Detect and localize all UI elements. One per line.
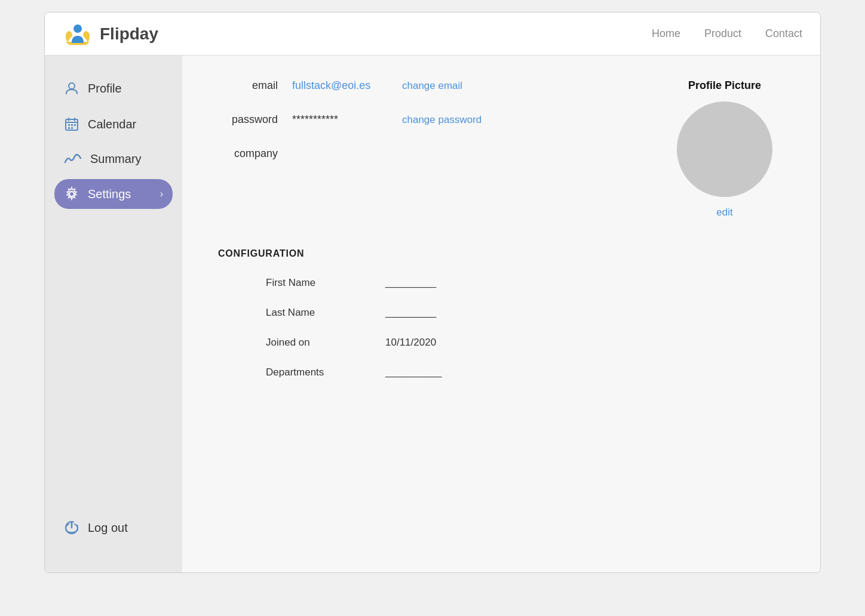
- body-layout: Profile: [45, 56, 820, 572]
- svg-rect-8: [74, 124, 76, 126]
- firstname-value: _________: [385, 277, 436, 289]
- password-row: password *********** change password: [218, 113, 629, 126]
- change-email-link[interactable]: change email: [402, 80, 462, 92]
- svg-rect-6: [68, 124, 70, 126]
- sidebar-calendar-label: Calendar: [88, 118, 136, 131]
- email-row: email fullstack@eoi.es change email: [218, 79, 629, 92]
- config-lastname-row: Last Name _________: [218, 307, 784, 319]
- logo-text: Flipday: [100, 24, 158, 44]
- svg-rect-7: [71, 124, 73, 126]
- company-label: company: [218, 147, 278, 160]
- edit-picture-link[interactable]: edit: [716, 207, 732, 218]
- logout-icon: [64, 520, 79, 535]
- nav-product[interactable]: Product: [704, 27, 741, 40]
- svg-rect-9: [68, 127, 70, 129]
- config-joinedon-row: Joined on 10/11/2020: [218, 337, 784, 349]
- profile-picture-label: Profile Picture: [688, 79, 761, 92]
- sidebar-item-settings[interactable]: Settings ›: [54, 179, 173, 209]
- departments-label: Departments: [266, 366, 349, 378]
- logout-label: Log out: [88, 521, 128, 535]
- password-value: ***********: [292, 113, 388, 126]
- firstname-label: First Name: [266, 277, 349, 289]
- lastname-value: _________: [385, 307, 436, 319]
- sidebar-item-calendar[interactable]: Calendar: [54, 109, 173, 139]
- avatar: [677, 101, 772, 197]
- settings-icon: [64, 186, 79, 202]
- email-label: email: [218, 79, 278, 92]
- email-value: fullstack@eoi.es: [292, 79, 388, 92]
- sidebar-summary-label: Summary: [90, 152, 142, 166]
- main-nav: Home Product Contact: [652, 27, 802, 40]
- profile-section: email fullstack@eoi.es change email pass…: [218, 79, 784, 218]
- chevron-right-icon: ›: [160, 189, 163, 199]
- nav-contact[interactable]: Contact: [765, 27, 802, 40]
- departments-value: __________: [385, 366, 442, 378]
- lastname-label: Last Name: [266, 307, 349, 319]
- logout-button[interactable]: Log out: [54, 513, 173, 543]
- profile-fields: email fullstack@eoi.es change email pass…: [218, 79, 629, 218]
- sidebar-item-profile[interactable]: Profile: [54, 73, 173, 103]
- sidebar-profile-label: Profile: [88, 82, 122, 96]
- sidebar-items: Profile: [45, 73, 182, 513]
- main-content: email fullstack@eoi.es change email pass…: [182, 56, 820, 572]
- sidebar-bottom: Log out: [45, 513, 182, 555]
- config-title: CONFIGURATION: [218, 248, 784, 259]
- sidebar: Profile: [45, 56, 182, 572]
- logo: Flipday: [63, 19, 158, 49]
- joinedon-label: Joined on: [266, 337, 349, 349]
- sidebar-item-summary[interactable]: Summary: [54, 145, 173, 173]
- calendar-icon: [64, 116, 79, 132]
- summary-icon: [64, 153, 82, 165]
- password-label: password: [218, 113, 278, 126]
- header: Flipday Home Product Contact: [45, 13, 820, 56]
- config-firstname-row: First Name _________: [218, 277, 784, 289]
- company-row: company: [218, 147, 629, 160]
- sidebar-settings-label: Settings: [88, 187, 131, 201]
- config-section: CONFIGURATION First Name _________ Last …: [218, 248, 784, 378]
- svg-rect-10: [71, 127, 73, 129]
- svg-point-11: [69, 192, 74, 196]
- svg-point-1: [69, 83, 75, 89]
- profile-icon: [64, 81, 79, 96]
- logo-icon: [63, 19, 93, 49]
- profile-picture-section: Profile Picture edit: [665, 79, 784, 218]
- svg-point-0: [73, 24, 82, 33]
- nav-home[interactable]: Home: [652, 27, 680, 40]
- change-password-link[interactable]: change password: [402, 114, 481, 126]
- config-departments-row: Departments __________: [218, 366, 784, 378]
- joinedon-value: 10/11/2020: [385, 337, 436, 349]
